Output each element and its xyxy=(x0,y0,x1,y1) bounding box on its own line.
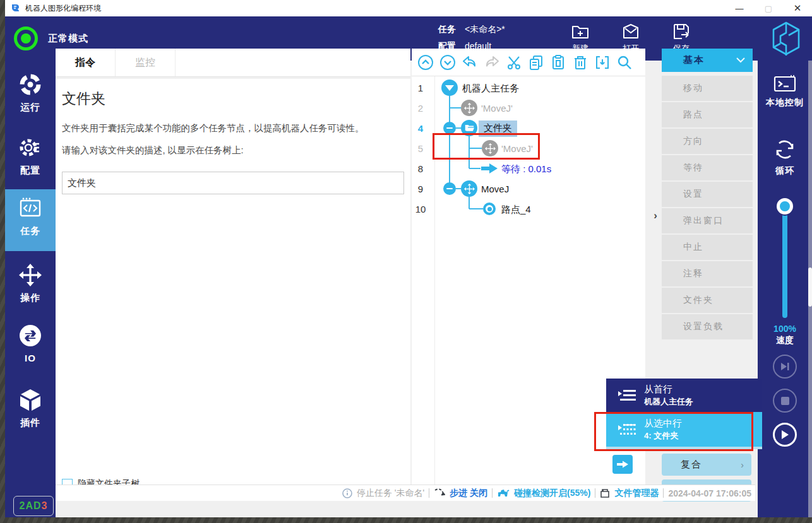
command-item-popup[interactable]: 弹出窗口 xyxy=(662,208,753,233)
command-item-comment[interactable]: 注释 xyxy=(662,261,753,286)
collapse-node-button[interactable] xyxy=(443,182,456,195)
command-item-wait[interactable]: 等待 xyxy=(662,155,753,180)
tree-node-label[interactable]: 机器人主任务 xyxy=(462,83,519,95)
scrollbar[interactable] xyxy=(808,61,812,517)
open-file-icon xyxy=(621,21,641,42)
loop-button[interactable]: 循环 xyxy=(758,138,812,177)
sidebar-item-task[interactable]: 任务 xyxy=(5,189,56,251)
speed-slider-thumb[interactable] xyxy=(777,198,793,214)
new-file-icon xyxy=(570,21,590,42)
file-manager-link[interactable]: 文件管理器 xyxy=(614,488,659,499)
sidebar-item-operate[interactable]: 操作 xyxy=(5,256,56,312)
folder-icon xyxy=(465,124,474,132)
step-forward-button[interactable] xyxy=(773,355,797,379)
step-icon xyxy=(434,488,445,498)
menu-item-title: 从首行 xyxy=(644,384,693,396)
tab-monitor[interactable]: 监控 xyxy=(116,49,176,76)
app-logo-icon xyxy=(10,3,20,13)
sidebar-item-config[interactable]: 配置 xyxy=(5,129,56,184)
paste-button[interactable] xyxy=(549,54,567,71)
copy-button[interactable] xyxy=(527,54,545,71)
sidebar-item-plugin[interactable]: 插件 xyxy=(5,381,56,437)
insert-icon xyxy=(594,54,611,71)
minimize-button[interactable]: — xyxy=(725,0,754,16)
command-item-folder[interactable]: 文件夹 xyxy=(662,288,753,313)
tree-node-label[interactable]: 路点_4 xyxy=(501,204,531,216)
command-item-abort[interactable]: 中止 xyxy=(662,235,753,260)
copy-icon xyxy=(528,54,544,71)
move-arrows-icon xyxy=(18,262,43,288)
collapse-node-button[interactable] xyxy=(443,122,456,134)
divider xyxy=(429,488,429,498)
command-group-composite[interactable]: 复合› xyxy=(662,454,751,476)
stop-button[interactable] xyxy=(773,389,797,413)
window-controls: — ▢ ✕ xyxy=(725,0,812,16)
delete-button[interactable] xyxy=(571,54,589,71)
movej-node-icon[interactable] xyxy=(461,100,477,116)
instruction-panel: 文件夹 文件夹用于囊括完成某个功能的多个任务节点，以提高机器人任务可读性。 请输… xyxy=(56,79,410,486)
tab-instruction[interactable]: 指令 xyxy=(56,49,116,76)
tree-node-label[interactable]: 等待 : 0.01s xyxy=(501,163,551,175)
tree-node-label[interactable]: 'MoveJ' xyxy=(481,103,513,114)
waypoint-node-icon[interactable] xyxy=(483,203,496,215)
run-icon xyxy=(18,72,43,97)
movej-node-icon[interactable] xyxy=(461,180,477,197)
status-badge: 2AD3 xyxy=(13,496,54,516)
undo-button[interactable] xyxy=(461,54,479,71)
sidebar: 运行 配置 任务 操作 xyxy=(5,61,56,517)
command-item-move[interactable]: 移动 xyxy=(662,76,753,101)
local-control-button[interactable]: 本地控制 xyxy=(758,74,812,109)
page-title: 文件夹 xyxy=(62,89,410,109)
disk-icon xyxy=(600,488,610,498)
sidebar-item-run[interactable]: 运行 xyxy=(5,66,56,121)
menu-item-from-first-line[interactable]: 从首行 机器人主任务 xyxy=(606,379,762,412)
speed-label: 速度 xyxy=(758,334,812,346)
next-arrow-button[interactable] xyxy=(612,455,633,474)
cube-icon xyxy=(18,387,43,413)
root-node-icon[interactable] xyxy=(441,79,458,96)
command-category-basic[interactable]: 基本 xyxy=(662,49,753,72)
insert-button[interactable] xyxy=(594,54,611,71)
panel-expand-handle[interactable]: › xyxy=(649,208,662,223)
command-item-waypoint[interactable]: 路点 xyxy=(662,102,753,127)
circle-down-icon xyxy=(439,54,456,71)
redo-button[interactable] xyxy=(483,54,501,71)
folder-name-input[interactable] xyxy=(62,172,404,194)
wait-arrow-icon xyxy=(481,163,498,173)
mode-indicator-icon xyxy=(14,26,38,50)
move-up-button[interactable] xyxy=(417,54,434,71)
row-number: 9 xyxy=(412,184,429,194)
divider xyxy=(492,488,493,498)
scrollbar-thumb[interactable] xyxy=(808,267,812,307)
close-button[interactable]: ✕ xyxy=(783,0,812,16)
command-item-payload[interactable]: 设置负载 xyxy=(662,314,753,339)
scissors-icon xyxy=(506,54,522,71)
step-mode-status[interactable]: 步进 关闭 xyxy=(450,488,487,499)
task-value: <未命名>* xyxy=(465,21,505,38)
collision-status[interactable]: 碰撞检测开启(55%) xyxy=(514,488,590,499)
menu-item-subtitle: 机器人主任务 xyxy=(644,396,693,408)
search-button[interactable] xyxy=(616,54,633,71)
row-number: 2 xyxy=(412,103,429,114)
folder-description-1: 文件夹用于囊括完成某个功能的多个任务节点，以提高机器人任务可读性。 xyxy=(62,122,410,134)
row-number: 1 xyxy=(412,83,429,93)
save-icon xyxy=(671,21,691,42)
redo-icon xyxy=(484,54,500,71)
paste-icon xyxy=(550,54,566,71)
tree-node-label[interactable]: MoveJ xyxy=(481,184,509,194)
tree-line xyxy=(469,197,470,209)
sidebar-item-io[interactable]: IO xyxy=(5,317,56,372)
speed-percent: 100% xyxy=(758,323,812,334)
speed-slider-track[interactable] xyxy=(782,204,787,318)
code-window-icon xyxy=(18,196,43,221)
arrow-right-icon xyxy=(617,460,628,469)
move-down-button[interactable] xyxy=(439,54,457,71)
cut-button[interactable] xyxy=(505,54,523,71)
command-item-direction[interactable]: 方向 xyxy=(662,129,753,154)
command-item-set[interactable]: 设置 xyxy=(662,182,753,207)
skip-icon xyxy=(780,362,790,371)
play-button[interactable] xyxy=(773,423,797,447)
tree-line xyxy=(450,107,461,109)
tree-line xyxy=(456,127,461,129)
maximize-button[interactable]: ▢ xyxy=(754,0,783,16)
